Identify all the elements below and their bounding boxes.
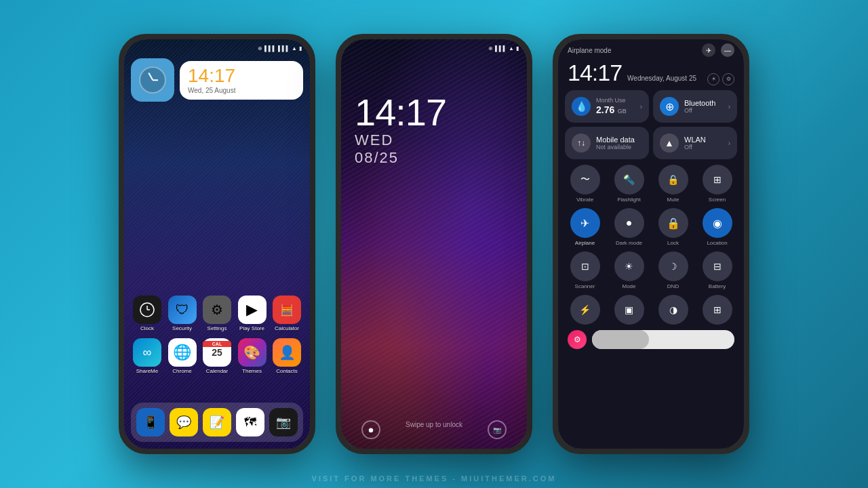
dock-messenger[interactable]: 💬	[167, 408, 200, 436]
brightness-slider[interactable]	[592, 330, 734, 349]
airplane-mode-label: Airplane mode	[568, 47, 611, 54]
mobile-data-sub: Not available	[596, 144, 642, 150]
cc-wlan-card[interactable]: ▲ WLAN Off ›	[653, 127, 737, 159]
contacts-label: Contacts	[276, 368, 298, 374]
screenshot-label: Screen	[709, 197, 726, 203]
phone-3-control-center: Airplane mode ✈ — 14:17 Wednesday, Augus…	[553, 34, 749, 454]
messenger-icon: 💬	[170, 408, 198, 436]
cc-bluetooth-card[interactable]: ⊕ Bluetooth Off ›	[653, 90, 737, 123]
bluetooth-card-text: Bluetooth Off	[684, 99, 723, 114]
screenshot-icon: ⊞	[703, 165, 732, 195]
themes-icon: 🎨	[238, 338, 267, 367]
clock-icon	[133, 296, 161, 324]
darkmode-label: Dark mode	[616, 240, 642, 246]
dock-phone[interactable]: 📱	[134, 408, 167, 436]
vibrate-label: Vibrate	[576, 197, 593, 203]
wifi-icon: ▲	[292, 45, 297, 52]
clock-date-display: Wed, 25 August	[188, 87, 295, 94]
airplane-top-icon[interactable]: ✈	[702, 43, 715, 57]
dock-maps[interactable]: 🗺	[234, 408, 267, 436]
app-grid: Clock 🛡 Security ⚙ Settings ▶ Play Store	[131, 296, 303, 381]
cc-date-icons: ☀ ⚙	[707, 73, 734, 85]
btn-dnd[interactable]: ☽ DND	[653, 251, 693, 289]
cc-top-bar: Airplane mode ✈ —	[558, 39, 744, 57]
btn-scanner[interactable]: ⊡ Scanner	[565, 251, 605, 289]
battery-icon: ▮	[299, 45, 302, 52]
lock-btn-label: Lock	[667, 240, 679, 246]
cc-data-card[interactable]: 💧 Month Use 2.76 GB ›	[565, 90, 649, 123]
lock-hours: 14:17	[355, 94, 446, 131]
phone-icon: 📱	[136, 408, 165, 436]
lock-left-btn[interactable]: ⏺	[361, 420, 380, 439]
app-contacts[interactable]: 👤 Contacts	[271, 338, 303, 374]
cc-btn-row-4: ⚡ ▣ ◑ ⊞	[558, 292, 744, 327]
clock-time-display: 14:17	[188, 66, 295, 85]
cc-quick-cards: 💧 Month Use 2.76 GB › ⊕	[558, 87, 744, 162]
cc-slider-row: ⚙	[558, 327, 744, 350]
app-shareme[interactable]: ∞ ShareMe	[131, 338, 163, 374]
data-card-sub: Month Use	[596, 97, 635, 104]
wlan-icon: ▲	[660, 134, 679, 152]
app-settings[interactable]: ⚙ Settings	[201, 296, 233, 331]
btn-battery-saver[interactable]: ⊟ Battery	[697, 251, 737, 289]
app-row-1: Clock 🛡 Security ⚙ Settings ▶ Play Store	[131, 296, 303, 331]
app-security[interactable]: 🛡 Security	[166, 296, 199, 331]
lock-icon: 🔒	[658, 208, 688, 238]
btn-flashlight[interactable]: 🔦 Flashlight	[609, 165, 649, 203]
btn-extra-3[interactable]: ◑	[653, 295, 693, 325]
music-player-icon[interactable]: ⚙	[568, 330, 587, 349]
cc-mobile-data-card[interactable]: ↑↓ Mobile data Not available	[565, 127, 649, 159]
camera-icon: 📷	[269, 408, 298, 436]
shareme-icon: ∞	[133, 338, 161, 367]
data-card-value-row: 2.76 GB	[596, 104, 635, 116]
clock-widget-large[interactable]: 14:17 Wed, 25 August	[180, 61, 303, 100]
scanner-icon: ⊡	[570, 251, 600, 281]
app-chrome[interactable]: 🌐 Chrome	[166, 338, 199, 374]
btn-extra-2[interactable]: ▣	[609, 295, 649, 325]
wlan-text: WLAN Off	[684, 136, 723, 150]
app-calculator[interactable]: 🧮 Calculator	[271, 296, 303, 331]
dock: 📱 💬 📝 🗺 📷	[131, 403, 303, 442]
bluetooth-card-chevron: ›	[728, 103, 730, 110]
btn-mute[interactable]: 🔒 Mute	[653, 165, 693, 203]
cc-brightness-icon[interactable]: ☀	[707, 73, 719, 85]
btn-mode[interactable]: ☀ Mode	[609, 251, 649, 289]
app-playstore[interactable]: ▶ Play Store	[236, 296, 269, 331]
btn-location[interactable]: ◉ Location	[697, 208, 737, 246]
dock-notes[interactable]: 📝	[201, 408, 233, 436]
cc-settings-icon[interactable]: ⚙	[722, 73, 734, 85]
btn-lock[interactable]: 🔒 Lock	[653, 208, 693, 246]
dnd-label: DND	[667, 283, 679, 289]
btn-airplane[interactable]: ✈ Airplane	[565, 208, 605, 246]
lock-signal-icon: ▌▌▌	[495, 45, 507, 52]
btn-vibrate[interactable]: 〜 Vibrate	[565, 165, 605, 203]
mode-label: Mode	[622, 283, 635, 289]
lock-wifi-icon: ▲	[509, 45, 514, 52]
lock-camera-icon: 📷	[493, 426, 501, 434]
chrome-icon: 🌐	[168, 338, 197, 367]
power-top-icon[interactable]: —	[721, 43, 734, 57]
btn-extra-1[interactable]: ⚡	[565, 295, 605, 325]
btn-screenshot[interactable]: ⊞ Screen	[697, 165, 737, 203]
app-calendar[interactable]: CAL 25 Calendar	[201, 338, 233, 374]
lock-time-display: 14:17 WED 08/25	[355, 94, 446, 167]
extra1-icon: ⚡	[570, 295, 600, 325]
status-bar-2: ⊕ ▌▌▌ ▲ ▮	[341, 39, 527, 54]
lock-right-btn[interactable]: 📷	[488, 420, 507, 439]
app-themes[interactable]: 🎨 Themes	[236, 338, 269, 374]
location-label: Location	[707, 240, 727, 246]
flashlight-icon: 🔦	[614, 165, 644, 195]
app-clock[interactable]: Clock	[131, 296, 163, 331]
brightness-fill	[592, 330, 649, 349]
themes-label: Themes	[242, 368, 262, 374]
clock-widget-small[interactable]	[131, 58, 174, 102]
cc-time-row: 14:17 Wednesday, August 25 ☀ ⚙	[558, 57, 744, 87]
btn-extra-4[interactable]: ⊞	[697, 295, 737, 325]
data-card-text: Month Use 2.76 GB	[596, 97, 635, 116]
dock-camera[interactable]: 📷	[267, 408, 300, 436]
btn-darkmode[interactable]: ● Dark mode	[609, 208, 649, 246]
lock-day: WED	[355, 131, 446, 149]
airplane-btn-label: Airplane	[575, 240, 595, 246]
clock-hours: 14:17	[188, 65, 235, 86]
signal-icon: ▌▌▌	[264, 45, 276, 52]
